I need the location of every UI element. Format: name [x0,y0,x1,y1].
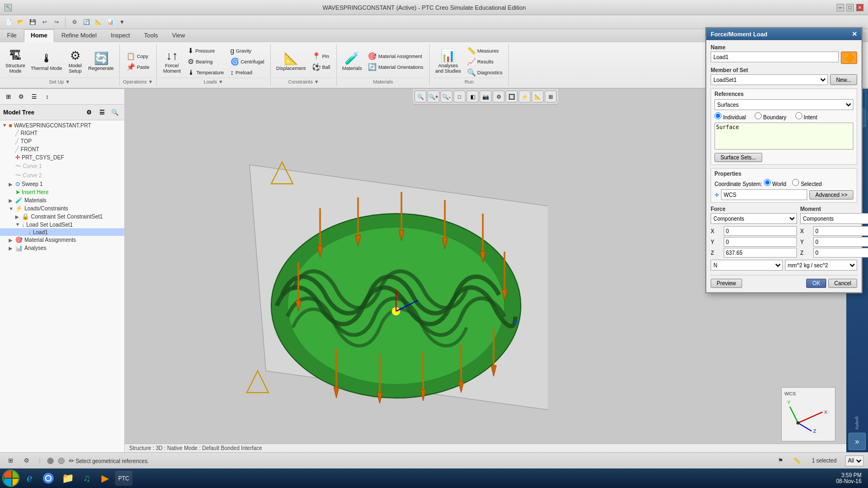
tab-file[interactable]: File [0,29,24,42]
new-button[interactable]: 📄 [3,17,14,28]
qa-btn1[interactable]: ⚙ [69,17,80,28]
material-assignment-button[interactable]: 🎯 Material Assignment [365,51,426,61]
view-mode-5[interactable]: 🔲 [506,91,518,102]
zoom-out-button[interactable]: 🔍- [441,91,452,102]
references-type-select[interactable]: Surfaces [714,99,853,110]
tree-item-curve1[interactable]: 〜 Curve 1 [0,162,124,171]
tab-home[interactable]: Home [24,29,55,42]
view-mode-6[interactable]: ⚡ [519,91,531,102]
name-input[interactable] [711,52,839,62]
tree-item-front[interactable]: ╱ FRONT [0,145,124,153]
vlc-button[interactable]: ▶ [97,471,114,486]
surface-list[interactable]: Surface [714,123,853,150]
model-setup-button[interactable]: ⚙ ModelSetup [66,48,85,75]
redo-button[interactable]: ↪ [51,17,62,28]
tree-item-load-set[interactable]: ▼ ↓ Load Set LoadSet1 [0,221,124,228]
dialog-close-button[interactable]: ✕ [852,30,857,38]
temperature-button[interactable]: 🌡 Temperature [185,67,227,78]
ok-button[interactable]: OK [806,279,826,288]
gravity-button[interactable]: g Gravity [228,46,267,56]
preview-button[interactable]: Preview [711,279,742,288]
regenerate-button[interactable]: 🔄 Regenerate [86,50,116,72]
tree-item-csys[interactable]: ✛ PRT_CSYS_DEF [0,153,124,162]
name-action-button[interactable]: 🔶 [841,52,857,64]
creo-button[interactable]: PTC [115,471,132,486]
zoom-in-button[interactable]: 🔍+ [427,91,439,102]
member-of-set-select[interactable]: LoadSet1 [711,74,828,85]
analyses-studies-button[interactable]: 📊 Analysesand Studies [433,48,463,75]
results-button[interactable]: 📈 Results [464,56,506,67]
sidebar-expand[interactable]: » [848,433,866,450]
save-button[interactable]: 💾 [27,17,38,28]
centrifugal-button[interactable]: 🌀 Centrifugal [228,56,267,67]
zoom-fit-button[interactable]: 🔍 [414,91,426,102]
qa-chevron[interactable]: ▼ [117,17,127,28]
tree-filter-button[interactable]: ☰ [28,91,40,102]
statusbar-btn1[interactable]: ⊞ [4,455,16,467]
force-z-input[interactable] [724,248,797,258]
qa-btn4[interactable]: 📊 [105,17,116,28]
force-y-input[interactable] [724,237,797,247]
tree-item-constraint-set[interactable]: ▶ 🔒 Constraint Set ConstraintSet1 [0,213,124,221]
intent-radio[interactable]: Intent [795,112,818,120]
tree-item-top[interactable]: ╱ TOP [0,137,124,145]
tree-item-materials[interactable]: ▶ 🧪 Materials [0,196,124,204]
world-radio[interactable]: World [764,181,788,187]
statusbar-measure[interactable]: 📏 [791,455,803,467]
boundary-radio[interactable]: Boundary [755,112,787,120]
tree-item-mat-assign[interactable]: ▶ 🎯 Material Assignments [0,236,124,244]
structure-mode-button[interactable]: 🏗 StructureMode [3,48,28,75]
qa-btn3[interactable]: 📐 [93,17,104,28]
pressure-button[interactable]: ⬇ Pressure [185,46,227,56]
moment-unit-select[interactable]: mm^2 kg / sec^2 [785,260,857,271]
pin-button[interactable]: 📍 Pin [309,51,333,61]
preload-button[interactable]: ↕ Preload [228,67,267,78]
undo-button[interactable]: ↩ [39,17,50,28]
material-orientations-button[interactable]: 🔄 Material Orientations [365,62,426,72]
tree-item-right[interactable]: ╱ RIGHT [0,129,124,137]
start-button[interactable] [2,470,20,487]
tab-refine-model[interactable]: Refine Model [54,29,104,42]
spotify-button[interactable]: ♫ [78,471,95,486]
displacement-button[interactable]: 📐 Displacement [274,50,308,72]
qa-btn2[interactable]: 🔄 [81,17,92,28]
view-mode-7[interactable]: 📐 [532,91,544,102]
force-moment-button[interactable]: ↓↑ Force/Moment [160,48,184,75]
tree-item-analyses[interactable]: ▶ 📊 Analyses [0,244,124,252]
tab-view[interactable]: View [165,29,192,42]
moment-type-select[interactable]: Components [800,213,868,224]
tab-tools[interactable]: Tools [137,29,165,42]
tree-search-button[interactable]: 🔍 [109,106,121,118]
tree-item-load1[interactable]: ↓ Load1 [0,228,124,236]
tree-expand-button[interactable]: ⊞ [2,91,14,102]
new-set-button[interactable]: New... [830,74,857,85]
view-mode-2[interactable]: ◧ [467,91,478,102]
surface-sets-button[interactable]: Surface Sets... [714,153,762,162]
tree-columns-button[interactable]: ☰ [96,106,108,118]
thermal-mode-button[interactable]: 🌡 Thermal Mode [29,50,65,72]
tab-inspect[interactable]: Inspect [104,29,137,42]
chrome-button[interactable] [39,471,58,486]
diagnostics-button[interactable]: 🔍 Diagnostics [464,67,506,78]
advanced-button[interactable]: Advanced >> [809,190,853,200]
minimize-button[interactable]: ─ [837,4,844,11]
selected-radio[interactable]: Selected [792,181,822,187]
wcs-input[interactable] [721,189,807,200]
statusbar-btn2[interactable]: ⚙ [21,455,33,467]
copy-button[interactable]: 📋 Copy [124,51,152,61]
tree-item-sweep1[interactable]: ▶ ⊙ Sweep 1 [0,180,124,188]
moment-y-input[interactable] [813,237,868,247]
open-button[interactable]: 📂 [15,17,26,28]
tree-item-loads-constraints[interactable]: ▼ ⚡ Loads/Constraints [0,204,124,213]
close-button[interactable]: ✕ [856,4,864,11]
cancel-button[interactable]: Cancel [828,279,857,288]
ball-button[interactable]: ⚽ Ball [309,62,333,72]
tree-item-insert[interactable]: ➤ Insert Here [0,188,124,196]
individual-radio[interactable]: Individual [714,112,746,120]
tree-item-curve2[interactable]: 〜 Curve 2 [0,171,124,180]
materials-button[interactable]: 🧪 Materials [340,50,365,72]
force-unit-select[interactable]: N [711,260,783,271]
tree-sort-button[interactable]: ↕ [41,91,53,102]
view-mode-8[interactable]: ⊞ [545,91,557,102]
statusbar-flag[interactable]: ⚑ [775,455,787,467]
